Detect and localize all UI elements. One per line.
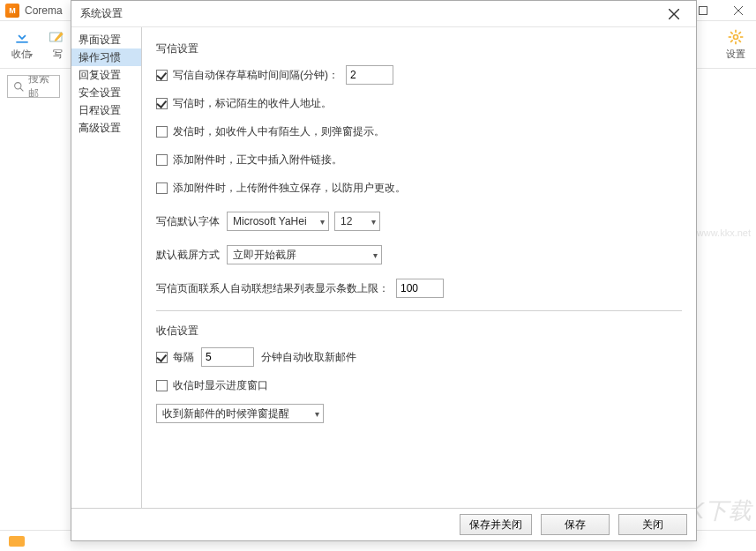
chevron-down-icon: ▾ — [366, 250, 378, 260]
checkbox-recv-interval[interactable] — [156, 352, 168, 363]
input-contact-limit[interactable] — [396, 279, 444, 298]
checkbox-attach-link[interactable] — [156, 154, 168, 166]
divider — [156, 310, 682, 311]
combo-font-family[interactable]: Microsoft YaHei ▾ — [227, 212, 329, 231]
search-placeholder: 搜索邮 — [28, 75, 54, 98]
tab-advanced[interactable]: 高级设置 — [71, 119, 141, 137]
row-contact-limit: 写信页面联系人自动联想结果列表显示条数上限： — [156, 279, 682, 298]
save-button[interactable]: 保存 — [541, 514, 610, 535]
dialog-footer: 保存并关闭 保存 关闭 — [71, 509, 696, 540]
chevron-down-icon: ▾ — [29, 51, 33, 59]
svg-rect-4 — [16, 41, 27, 43]
write-section-title: 写信设置 — [156, 41, 682, 56]
svg-line-13 — [738, 32, 741, 34]
svg-line-12 — [738, 40, 741, 42]
row-recv-progress: 收信时显示进度窗口 — [156, 376, 682, 395]
label-recv-interval-suffix: 分钟自动收取新邮件 — [261, 350, 356, 365]
checkbox-recv-progress[interactable] — [156, 380, 168, 391]
label-mark-stranger: 写信时，标记陌生的收件人地址。 — [173, 96, 332, 111]
mail-indicator-icon — [9, 536, 25, 547]
save-and-close-button[interactable]: 保存并关闭 — [460, 514, 532, 535]
svg-line-14 — [730, 40, 733, 42]
chevron-down-icon: ▾ — [364, 217, 376, 227]
download-icon — [13, 28, 31, 46]
watermark-url: www.kkx.net — [697, 227, 751, 238]
input-autosave-minutes[interactable] — [346, 65, 393, 85]
label-attach-save: 添加附件时，上传附件独立保存，以防用户更改。 — [173, 181, 406, 196]
receive-section-title: 收信设置 — [156, 324, 682, 339]
label-contact-limit: 写信页面联系人自动联想结果列表显示条数上限： — [156, 281, 389, 296]
label-recv-interval-prefix: 每隔 — [173, 350, 194, 365]
label-send-stranger: 发信时，如收件人中有陌生人，则弹窗提示。 — [173, 124, 385, 139]
app-title: Corema — [25, 4, 63, 17]
toolbar-write-label: 写 — [53, 48, 63, 61]
svg-rect-1 — [700, 7, 707, 15]
svg-line-16 — [20, 88, 23, 91]
tab-interface[interactable]: 界面设置 — [71, 31, 141, 48]
chevron-down-icon: ▾ — [308, 409, 319, 419]
input-recv-interval[interactable] — [201, 347, 254, 367]
search-icon — [13, 81, 25, 93]
row-autosave: 写信自动保存草稿时间间隔(分钟)： — [156, 65, 682, 85]
label-attach-link: 添加附件时，正文中插入附件链接。 — [173, 153, 342, 168]
chevron-down-icon: ▾ — [313, 217, 325, 227]
tab-schedule[interactable]: 日程设置 — [71, 101, 141, 119]
checkbox-send-stranger[interactable] — [156, 126, 168, 138]
settings-content: 写信设置 写信自动保存草稿时间间隔(分钟)： 写信时，标记陌生的收件人地址。 发… — [142, 27, 696, 508]
row-send-stranger: 发信时，如收件人中有陌生人，则弹窗提示。 — [156, 122, 682, 141]
close-button[interactable]: 关闭 — [618, 514, 687, 535]
combo-recv-action[interactable]: 收到新邮件的时候弹窗提醒 ▾ — [156, 404, 324, 423]
tab-security[interactable]: 安全设置 — [71, 84, 141, 101]
combo-screenshot-mode[interactable]: 立即开始截屏 ▾ — [227, 245, 382, 264]
row-mark-stranger: 写信时，标记陌生的收件人地址。 — [156, 93, 682, 113]
toolbar-settings[interactable]: 设置 — [726, 28, 751, 61]
toolbar-receive-label: 收信 — [11, 48, 31, 61]
pencil-icon — [49, 28, 66, 46]
dialog-title: 系统设置 — [80, 6, 123, 21]
app-icon: M — [5, 4, 19, 18]
row-font: 写信默认字体 Microsoft YaHei ▾ 12 ▾ — [156, 212, 682, 231]
tab-reply[interactable]: 回复设置 — [71, 66, 141, 84]
svg-point-15 — [15, 82, 21, 88]
row-attach-save: 添加附件时，上传附件独立保存，以防用户更改。 — [156, 178, 682, 197]
toolbar-receive[interactable]: 收信▾ — [5, 28, 39, 61]
label-screenshot: 默认截屏方式 — [156, 248, 220, 263]
toolbar-settings-label: 设置 — [726, 48, 745, 61]
dialog-close-button[interactable] — [661, 1, 687, 27]
svg-point-6 — [734, 35, 738, 40]
row-attach-link: 添加附件时，正文中插入附件链接。 — [156, 150, 682, 169]
checkbox-autosave[interactable] — [156, 70, 168, 81]
checkbox-mark-stranger[interactable] — [156, 98, 168, 109]
settings-tabs: 界面设置 操作习惯 回复设置 安全设置 日程设置 高级设置 — [71, 27, 142, 508]
row-recv-interval: 每隔 分钟自动收取新邮件 — [156, 347, 682, 367]
combo-font-size[interactable]: 12 ▾ — [334, 212, 380, 231]
gear-icon — [727, 28, 745, 46]
label-font: 写信默认字体 — [156, 214, 220, 229]
row-screenshot: 默认截屏方式 立即开始截屏 ▾ — [156, 245, 682, 264]
toolbar-write[interactable]: 写 — [41, 28, 74, 61]
search-input[interactable]: 搜索邮 — [7, 75, 60, 98]
tab-operation[interactable]: 操作习惯 — [71, 48, 141, 66]
svg-line-11 — [730, 32, 733, 34]
label-autosave: 写信自动保存草稿时间间隔(分钟)： — [173, 68, 339, 83]
checkbox-attach-save[interactable] — [156, 182, 168, 194]
settings-dialog: 系统设置 界面设置 操作习惯 回复设置 安全设置 日程设置 高级设置 写信设置 … — [71, 0, 697, 541]
close-window-button[interactable] — [721, 0, 756, 21]
row-recv-action: 收到新邮件的时候弹窗提醒 ▾ — [156, 404, 682, 423]
dialog-titlebar: 系统设置 — [71, 1, 696, 27]
label-recv-progress: 收信时显示进度窗口 — [173, 378, 268, 393]
dialog-body: 界面设置 操作习惯 回复设置 安全设置 日程设置 高级设置 写信设置 写信自动保… — [71, 27, 696, 509]
